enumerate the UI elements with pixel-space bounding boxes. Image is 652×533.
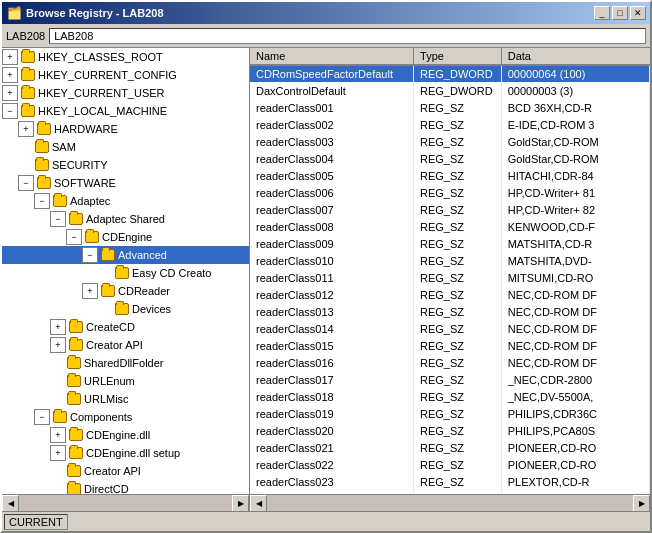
table-row[interactable]: readerClass004REG_SZGoldStar,CD-ROM (250, 150, 650, 167)
expand-icon[interactable]: + (2, 67, 18, 83)
col-header-name[interactable]: Name (250, 48, 414, 65)
col-header-type[interactable]: Type (414, 48, 502, 65)
table-row[interactable]: readerClass016REG_SZNEC,CD-ROM DF (250, 354, 650, 371)
table-row[interactable]: readerClass005REG_SZHITACHI,CDR-84 (250, 167, 650, 184)
address-input[interactable]: LAB208 (49, 28, 646, 44)
cell-name: readerClass008 (250, 218, 414, 235)
tree-item-local_machine[interactable]: −HKEY_LOCAL_MACHINE (2, 102, 249, 120)
tree-label: CDEngine (102, 231, 152, 243)
tree-item-advanced[interactable]: −Advanced (2, 246, 249, 264)
values-table: NameTypeData CDRomSpeedFactorDefaultREG_… (250, 48, 650, 494)
tree-item-cdengine[interactable]: −CDEngine (2, 228, 249, 246)
expand-icon[interactable]: + (82, 283, 98, 299)
table-row[interactable]: readerClass001REG_SZBCD 36XH,CD-R (250, 99, 650, 116)
cell-name: readerClass019 (250, 405, 414, 422)
table-row[interactable]: readerClass008REG_SZKENWOOD,CD-F (250, 218, 650, 235)
expand-icon[interactable]: + (18, 121, 34, 137)
tree-item-devices[interactable]: Devices (2, 300, 249, 318)
scroll-right-right-btn[interactable]: ▶ (633, 495, 650, 512)
minimize-button[interactable]: _ (594, 6, 610, 20)
cell-type: REG_SZ (414, 303, 502, 320)
table-row[interactable]: readerClass010REG_SZMATSHITA,DVD- (250, 252, 650, 269)
expand-icon[interactable]: − (50, 211, 66, 227)
cell-data: _NEC,CDR-2800 (501, 371, 649, 388)
tree-item-creator_api2[interactable]: Creator API (2, 462, 249, 480)
scroll-right-left-btn[interactable]: ◀ (250, 495, 267, 512)
table-row[interactable]: readerClass014REG_SZNEC,CD-ROM DF (250, 320, 650, 337)
tree-item-security[interactable]: SECURITY (2, 156, 249, 174)
tree-item-sam[interactable]: SAM (2, 138, 249, 156)
cell-data: PLEXTOR,CD-R (501, 473, 649, 490)
cell-type: REG_SZ (414, 218, 502, 235)
expand-icon[interactable]: + (50, 319, 66, 335)
expand-icon[interactable]: − (34, 193, 50, 209)
cell-name: readerClass010 (250, 252, 414, 269)
table-row[interactable]: readerClass023REG_SZPLEXTOR,CD-R (250, 473, 650, 490)
tree-item-shareddll[interactable]: SharedDllFolder (2, 354, 249, 372)
expand-icon[interactable]: + (50, 427, 66, 443)
expand-icon[interactable]: − (82, 247, 98, 263)
expand-icon[interactable]: + (50, 445, 66, 461)
tree-item-directcd[interactable]: DirectCD (2, 480, 249, 494)
scroll-right-track[interactable] (267, 495, 633, 512)
tree-item-adaptec[interactable]: −Adaptec (2, 192, 249, 210)
cell-name: CDRomSpeedFactorDefault (250, 65, 414, 82)
close-button[interactable]: ✕ (630, 6, 646, 20)
table-row[interactable]: readerClass018REG_SZ_NEC,DV-5500A, (250, 388, 650, 405)
table-row[interactable]: DaxControlDefaultREG_DWORD00000003 (3) (250, 82, 650, 99)
tree-item-creator_api[interactable]: +Creator API (2, 336, 249, 354)
tree-item-cdengine_setup[interactable]: +CDEngine.dll setup (2, 444, 249, 462)
tree-item-components[interactable]: −Components (2, 408, 249, 426)
registry-values: NameTypeData CDRomSpeedFactorDefaultREG_… (250, 48, 650, 494)
scroll-left-btn[interactable]: ◀ (2, 495, 19, 512)
tree-item-urlenum[interactable]: URLEnum (2, 372, 249, 390)
table-row[interactable]: readerClass009REG_SZMATSHITA,CD-R (250, 235, 650, 252)
expand-icon[interactable]: − (66, 229, 82, 245)
tree-item-classes_root[interactable]: +HKEY_CLASSES_ROOT (2, 48, 249, 66)
tree-item-createcd[interactable]: +CreateCD (2, 318, 249, 336)
tree-item-hardware[interactable]: +HARDWARE (2, 120, 249, 138)
tree-item-cdreader[interactable]: +CDReader (2, 282, 249, 300)
registry-tree[interactable]: +HKEY_CLASSES_ROOT+HKEY_CURRENT_CONFIG+H… (2, 48, 250, 494)
tree-item-easy_cd[interactable]: Easy CD Creato (2, 264, 249, 282)
scroll-right-btn[interactable]: ▶ (232, 495, 249, 512)
cell-type: REG_SZ (414, 473, 502, 490)
tree-item-cdengine_dll[interactable]: +CDEngine.dll (2, 426, 249, 444)
tree-item-software[interactable]: −SOFTWARE (2, 174, 249, 192)
cell-name: readerClass013 (250, 303, 414, 320)
expand-icon[interactable]: − (34, 409, 50, 425)
table-row[interactable]: readerClass006REG_SZHP,CD-Writer+ 81 (250, 184, 650, 201)
tree-label: Advanced (118, 249, 167, 261)
table-row[interactable]: readerClass020REG_SZPHILIPS,PCA80S (250, 422, 650, 439)
col-header-data[interactable]: Data (501, 48, 649, 65)
table-row[interactable]: CDRomSpeedFactorDefaultREG_DWORD00000064… (250, 65, 650, 82)
table-row[interactable]: readerClass021REG_SZPIONEER,CD-RO (250, 439, 650, 456)
table-row[interactable]: readerClass017REG_SZ_NEC,CDR-2800 (250, 371, 650, 388)
table-row[interactable]: readerClass012REG_SZNEC,CD-ROM DF (250, 286, 650, 303)
tree-item-current_config[interactable]: +HKEY_CURRENT_CONFIG (2, 66, 249, 84)
folder-icon (66, 482, 82, 494)
tree-item-urlmisc[interactable]: URLMisc (2, 390, 249, 408)
expand-icon[interactable]: − (2, 103, 18, 119)
folder-icon (68, 446, 84, 460)
table-row[interactable]: readerClass003REG_SZGoldStar,CD-ROM (250, 133, 650, 150)
maximize-button[interactable]: □ (612, 6, 628, 20)
scroll-left-track[interactable] (19, 495, 232, 512)
table-row[interactable]: readerClass007REG_SZHP,CD-Writer+ 82 (250, 201, 650, 218)
title-bar: 🗂️ Browse Registry - LAB208 _ □ ✕ (2, 2, 650, 24)
folder-icon (68, 320, 84, 334)
table-row[interactable]: readerClass002REG_SZE-IDE,CD-ROM 3 (250, 116, 650, 133)
table-row[interactable]: readerClass022REG_SZPIONEER,CD-RO (250, 456, 650, 473)
table-row[interactable]: readerClass015REG_SZNEC,CD-ROM DF (250, 337, 650, 354)
cell-data: GoldStar,CD-ROM (501, 150, 649, 167)
expand-icon[interactable]: − (18, 175, 34, 191)
tree-item-adaptec_shared[interactable]: −Adaptec Shared (2, 210, 249, 228)
expand-icon[interactable]: + (50, 337, 66, 353)
tree-item-current_user[interactable]: +HKEY_CURRENT_USER (2, 84, 249, 102)
expand-icon[interactable]: + (2, 49, 18, 65)
table-row[interactable]: readerClass019REG_SZPHILIPS,CDR36C (250, 405, 650, 422)
title-buttons: _ □ ✕ (594, 6, 646, 20)
expand-icon[interactable]: + (2, 85, 18, 101)
table-row[interactable]: readerClass013REG_SZNEC,CD-ROM DF (250, 303, 650, 320)
table-row[interactable]: readerClass011REG_SZMITSUMI,CD-RO (250, 269, 650, 286)
